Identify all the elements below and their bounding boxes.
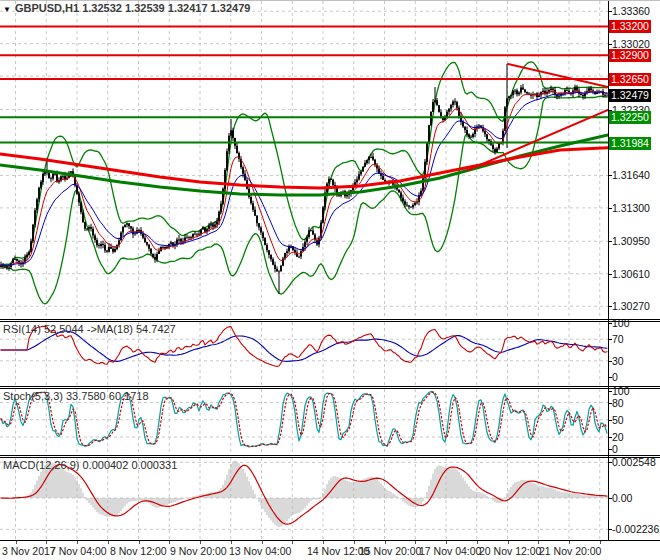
time-axis-tick xyxy=(46,541,47,544)
price-axis-label: 1.31640 xyxy=(612,170,650,181)
price-axis-label: 1.33360 xyxy=(612,6,650,17)
time-axis-label: 15 Nov 20:00 xyxy=(359,545,421,557)
macd-title: MACD(12,26,9) 0.000402 0.000331 xyxy=(3,459,177,471)
pane-separator[interactable] xyxy=(0,455,660,456)
macd-axis-label: 0.002548 xyxy=(612,457,656,468)
stoch-axis-label: 20 xyxy=(612,432,624,443)
time-axis-label: 7 Nov 04:00 xyxy=(50,545,107,557)
time-axis-tick xyxy=(354,541,355,544)
price-axis[interactable]: 1.333601.330201.323301.316401.313001.309… xyxy=(609,1,660,319)
time-axis-label: 17 Nov 04:00 xyxy=(419,545,481,557)
time-axis-tick xyxy=(538,541,539,544)
time-axis-label: 21 Nov 20:00 xyxy=(539,545,601,557)
stochastic-axis[interactable]: 1008050200 xyxy=(609,389,660,455)
time-axis-label: 13 Nov 04:00 xyxy=(229,545,291,557)
price-axis-label: 1.30950 xyxy=(612,236,650,247)
pane-separator[interactable] xyxy=(0,319,660,320)
price-badge-green: 1.31984 xyxy=(609,137,651,150)
rsi-title: RSI(14) 52.5044 ->MA(18) 54.7427 xyxy=(3,323,176,335)
time-axis-tick xyxy=(415,541,416,544)
price-axis-label: 1.31300 xyxy=(612,203,650,214)
macd-axis-label: 0.00 xyxy=(612,493,632,504)
time-axis-tick xyxy=(77,541,78,544)
stochastic-title: Stoch(5,3,3) 33.7580 60.1718 xyxy=(3,390,149,402)
main-chart-canvas xyxy=(0,1,608,319)
symbol-dropdown-icon[interactable]: ▼ xyxy=(3,5,11,14)
main-price-pane[interactable]: ▼GBPUSD,H1 1.32532 1.32539 1.32417 1.324… xyxy=(0,1,608,319)
stoch-axis-label: 100 xyxy=(612,386,630,397)
stoch-axis-label: 50 xyxy=(612,415,624,426)
time-axis-tick xyxy=(477,541,478,544)
trading-chart-window: ▼GBPUSD,H1 1.32532 1.32539 1.32417 1.324… xyxy=(0,0,660,560)
rsi-axis-label: 0 xyxy=(612,372,618,383)
stoch-axis-label: 80 xyxy=(612,398,624,409)
price-badge-black: 1.32479 xyxy=(609,89,651,102)
time-axis-tick xyxy=(446,541,447,544)
time-axis-tick xyxy=(292,541,293,544)
time-axis[interactable]: 3 Nov 20177 Nov 04:008 Nov 12:009 Nov 20… xyxy=(0,541,660,560)
time-axis-label: 9 Nov 20:00 xyxy=(170,545,227,557)
rsi-axis-label: 30 xyxy=(612,356,624,367)
macd-axis[interactable]: 0.0025480.00-0.002236 xyxy=(609,458,660,540)
macd-pane[interactable]: MACD(12,26,9) 0.000402 0.000331 xyxy=(0,458,608,540)
chart-title-text: GBPUSD,H1 1.32532 1.32539 1.32417 1.3247… xyxy=(15,2,250,14)
price-badge-green: 1.32250 xyxy=(609,111,651,124)
rsi-axis[interactable]: 10070300 xyxy=(609,322,660,386)
rsi-axis-label: 70 xyxy=(612,334,624,345)
time-axis-tick xyxy=(16,541,17,544)
time-axis-tick xyxy=(108,541,109,544)
stoch-axis-label: 0 xyxy=(612,444,618,455)
time-axis-tick xyxy=(569,541,570,544)
time-axis-tick xyxy=(508,541,509,544)
rsi-pane[interactable]: RSI(14) 52.5044 ->MA(18) 54.7427 xyxy=(0,322,608,386)
time-axis-label: 8 Nov 12:00 xyxy=(110,545,167,557)
price-axis-label: 1.30270 xyxy=(612,301,650,312)
time-axis-tick xyxy=(323,541,324,544)
time-axis-label: 3 Nov 2017 xyxy=(2,545,56,557)
time-axis-tick xyxy=(600,541,601,544)
time-axis-label: 20 Nov 12:00 xyxy=(479,545,541,557)
pane-separator[interactable] xyxy=(0,388,660,389)
rsi-axis-label: 100 xyxy=(612,318,630,329)
pane-separator[interactable] xyxy=(0,386,660,387)
price-badge-red: 1.32900 xyxy=(609,49,651,62)
price-badge-red: 1.32650 xyxy=(609,73,651,86)
chart-title: ▼GBPUSD,H1 1.32532 1.32539 1.32417 1.324… xyxy=(3,2,250,14)
pane-separator[interactable] xyxy=(0,321,660,322)
time-axis-tick xyxy=(200,541,201,544)
macd-axis-label: -0.002236 xyxy=(612,524,659,535)
price-axis-label: 1.30610 xyxy=(612,269,650,280)
time-axis-tick xyxy=(262,541,263,544)
time-axis-tick xyxy=(385,541,386,544)
pane-separator[interactable] xyxy=(0,457,660,458)
time-axis-tick xyxy=(169,541,170,544)
time-axis-tick xyxy=(139,541,140,544)
time-axis-tick xyxy=(231,541,232,544)
price-badge-red: 1.33200 xyxy=(609,20,651,33)
stochastic-pane[interactable]: Stoch(5,3,3) 33.7580 60.1718 xyxy=(0,389,608,455)
